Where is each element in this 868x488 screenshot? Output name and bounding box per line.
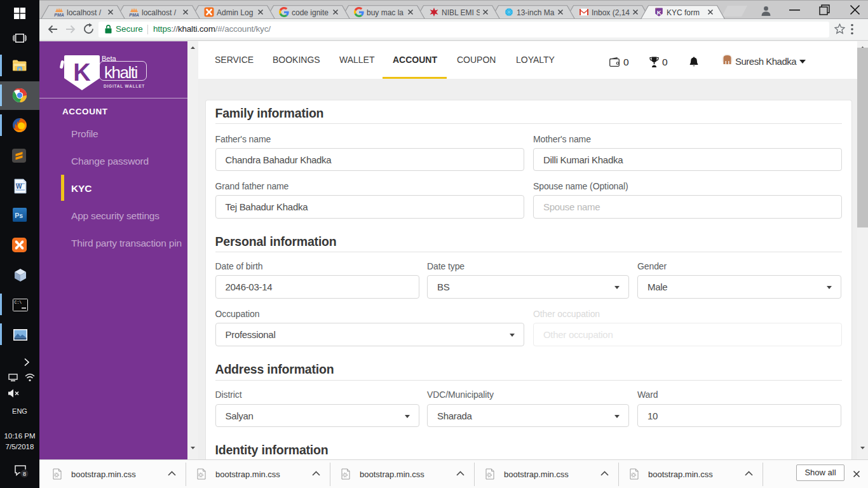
svg-text:Ps: Ps bbox=[15, 212, 23, 219]
svg-text:W: W bbox=[16, 183, 22, 190]
svg-text:PMA: PMA bbox=[129, 13, 139, 17]
svg-text:8: 8 bbox=[23, 471, 26, 477]
svg-text:K: K bbox=[73, 59, 91, 86]
svg-text:PMA: PMA bbox=[54, 13, 64, 17]
svg-text:C:\: C:\ bbox=[15, 301, 22, 305]
svg-text:K: K bbox=[657, 9, 661, 16]
